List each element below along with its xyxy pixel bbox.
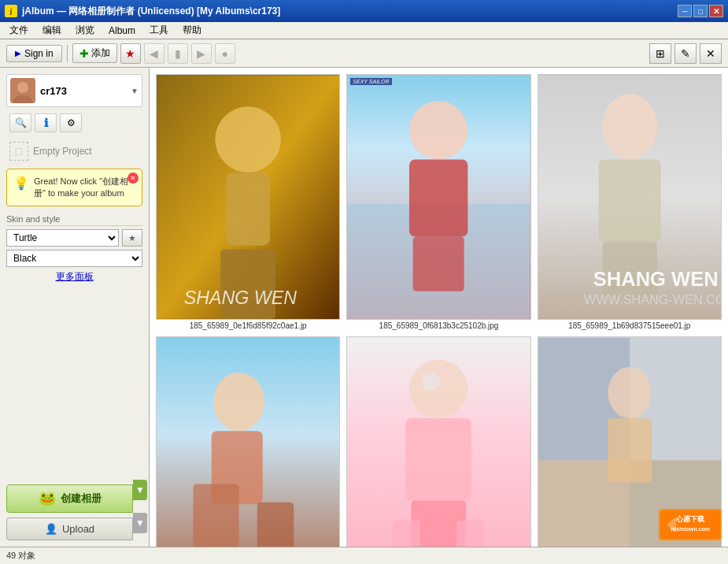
svg-rect-21 — [193, 484, 238, 547]
skin-settings-button[interactable]: ★ — [122, 229, 142, 247]
more-panels-link[interactable]: 更多面板 — [6, 270, 142, 284]
minimize-button[interactable]: ─ — [678, 5, 692, 17]
list-item: 185_65989_1e51b1b91c66a38.jpg — [156, 336, 340, 547]
tip-close-button[interactable]: ✕ — [127, 173, 139, 184]
menu-bar: 文件 编辑 浏览 Album 工具 帮助 — [0, 22, 728, 39]
svg-point-1 — [17, 82, 28, 93]
menu-help[interactable]: 帮助 — [176, 22, 208, 39]
svg-rect-10 — [409, 160, 467, 237]
skin-section: Skin and style Turtle Clean Galleria Pro… — [6, 214, 142, 284]
create-album-label: 创建相册 — [61, 492, 102, 506]
svg-rect-28 — [393, 521, 420, 547]
svg-point-25 — [423, 373, 441, 391]
svg-rect-11 — [413, 236, 464, 291]
create-album-button[interactable]: 🐸 创建相册 — [6, 484, 133, 513]
upload-area: 👤 Upload ▼ — [6, 518, 142, 540]
upload-icon: 👤 — [45, 523, 57, 535]
watermark: 心愿下载 wishdown.com — [659, 509, 722, 540]
svg-text:WWW.SHANG-WEN.COM: WWW.SHANG-WEN.COM — [584, 292, 721, 306]
edit-button[interactable]: ✎ — [674, 43, 697, 64]
tip-bulb-icon: 💡 — [13, 176, 29, 191]
close-panel-button[interactable]: ✕ — [700, 43, 722, 64]
photo-thumb-5[interactable] — [346, 336, 530, 547]
avatar — [10, 78, 35, 103]
nav-button: ▮ — [168, 43, 188, 64]
svg-text:SHANG WEN: SHANG WEN — [184, 288, 297, 308]
list-item: 185_65989_11c06d6906a6b7e1.jp — [346, 336, 530, 547]
menu-edit[interactable]: 编辑 — [36, 22, 68, 39]
window-title: jAlbum — 网络相册制作者 (Unlicensed) [My Albums… — [22, 5, 280, 18]
prev-button: ◀ — [144, 43, 164, 64]
search-icon-button[interactable]: 🔍 — [9, 113, 31, 132]
menu-browse[interactable]: 浏览 — [69, 22, 101, 39]
status-bar: 49 对象 — [0, 547, 728, 564]
maximize-button[interactable]: □ — [693, 5, 708, 17]
photo-thumb-4[interactable] — [156, 336, 340, 547]
photo-thumb-1[interactable]: □ SHANG WEN — [156, 74, 340, 320]
sign-in-button[interactable]: ▶ Sign in — [6, 45, 62, 62]
photo-name-2: 185_65989_0f6813b3c25102b.jpg — [379, 321, 499, 330]
svg-rect-4 — [226, 173, 270, 246]
tip-box: ✕ 💡 Great! Now click "创建相册" to make your… — [6, 169, 142, 206]
main-layout: cr173 ▼ 🔍 ℹ ⚙ □ Empty Project ✕ 💡 Great!… — [0, 68, 728, 547]
list-item: SHANG WEN WWW.SHANG-WEN.COM 185_65989_1b… — [538, 74, 722, 330]
grid-view-button[interactable]: ⊞ — [649, 43, 671, 64]
svg-rect-5 — [220, 249, 275, 318]
upload-label: Upload — [62, 523, 94, 535]
menu-file[interactable]: 文件 — [3, 22, 35, 39]
toolbar-separator-1 — [67, 45, 68, 62]
sign-in-arrow-icon: ▶ — [15, 49, 21, 58]
title-bar: j jAlbum — 网络相册制作者 (Unlicensed) [My Albu… — [0, 0, 728, 22]
project-area: □ Empty Project — [6, 139, 142, 164]
skin-row-1: Turtle Clean Galleria Projection ★ — [6, 229, 142, 247]
create-album-dropdown[interactable]: ▼ — [133, 480, 147, 500]
color-select[interactable]: Black White Gray Blue — [6, 250, 142, 267]
photo-grid: □ SHANG WEN — [150, 68, 728, 547]
skin-row-2: Black White Gray Blue — [6, 250, 142, 267]
star-button[interactable]: ★ — [120, 43, 141, 64]
settings-icon-button[interactable]: ⚙ — [60, 113, 82, 132]
close-button[interactable]: ✕ — [709, 5, 723, 17]
upload-dropdown[interactable]: ▼ — [133, 513, 147, 533]
info-icon-button[interactable]: ℹ — [35, 113, 57, 132]
svg-point-9 — [409, 101, 467, 159]
svg-rect-14 — [598, 160, 660, 243]
photo-thumb-2[interactable]: SEXY SAILOR — [346, 74, 530, 320]
svg-point-19 — [213, 373, 264, 431]
content-area: □ SHANG WEN — [150, 68, 728, 547]
account-name: cr173 — [40, 85, 126, 97]
svg-text:SHANG WEN: SHANG WEN — [593, 268, 718, 290]
toolbar: ▶ Sign in ✚ 添加 ★ ◀ ▮ ▶ ● ⊞ ✎ ✕ — [0, 39, 728, 68]
upload-button[interactable]: 👤 Upload — [6, 518, 133, 540]
status-text: 49 对象 — [6, 550, 35, 562]
photo-name-3: 185_65989_1b69d837515eee01.jp — [568, 321, 690, 330]
svg-point-24 — [409, 360, 467, 418]
svg-rect-36 — [608, 418, 652, 482]
svg-rect-29 — [457, 521, 485, 547]
add-icon: ✚ — [79, 47, 89, 60]
svg-point-13 — [602, 94, 657, 160]
next-button: ▶ — [191, 43, 212, 64]
sexy-sailor-label-2: SEXY SAILOR — [350, 78, 391, 85]
app-icon: j — [5, 5, 17, 17]
account-area: cr173 ▼ — [6, 74, 142, 107]
svg-point-35 — [608, 367, 652, 418]
menu-tools[interactable]: 工具 — [143, 22, 175, 39]
add-button[interactable]: ✚ 添加 — [72, 43, 117, 63]
svg-rect-26 — [406, 418, 472, 501]
project-icon: □ — [9, 142, 28, 161]
list-item: SEXY SAILOR 185_65989_0f6813b3c25102b.jp… — [346, 74, 530, 330]
svg-text:心愿下载: 心愿下载 — [675, 514, 704, 523]
photo-thumb-3[interactable]: SHANG WEN WWW.SHANG-WEN.COM — [538, 74, 722, 320]
skin-select[interactable]: Turtle Clean Galleria Projection — [6, 229, 119, 247]
frog-icon: 🐸 — [39, 490, 56, 507]
tip-text: Great! Now click "创建相册" to make your alb… — [34, 176, 135, 199]
create-album-area: 🐸 创建相册 ▼ — [6, 484, 142, 513]
add-label: 添加 — [91, 46, 110, 60]
list-item: □ SHANG WEN — [156, 74, 340, 330]
account-dropdown-icon[interactable]: ▼ — [131, 87, 139, 95]
menu-album[interactable]: Album — [102, 24, 142, 38]
sidebar: cr173 ▼ 🔍 ℹ ⚙ □ Empty Project ✕ 💡 Great!… — [0, 68, 150, 547]
photo-name-1: 185_65989_0e1f6d85f92c0ae1.jp — [190, 321, 307, 330]
account-actions: 🔍 ℹ ⚙ — [6, 112, 142, 134]
